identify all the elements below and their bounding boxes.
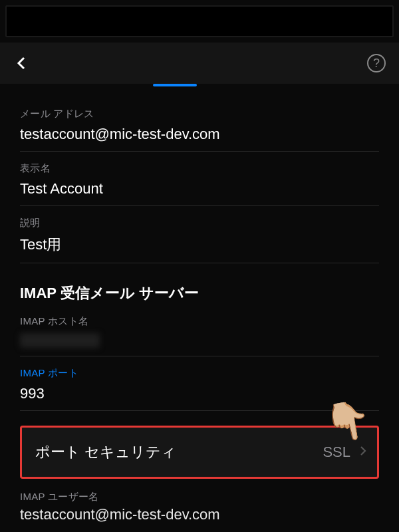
port-security-row[interactable]: ポート セキュリティ SSL (20, 426, 379, 479)
imap-username-label: IMAP ユーザー名 (20, 491, 379, 503)
port-security-label: ポート セキュリティ (35, 442, 176, 462)
help-button[interactable]: ? (367, 54, 386, 72)
top-placeholder (5, 5, 394, 37)
imap-port-label: IMAP ポート (20, 367, 379, 380)
description-value: Test用 (20, 235, 379, 255)
display-name-value: Test Account (20, 180, 379, 198)
display-name-label: 表示名 (20, 162, 379, 175)
imap-host-label: IMAP ホスト名 (20, 315, 379, 328)
imap-host-field-group[interactable]: IMAP ホスト名 (20, 315, 379, 356)
form-content: メール アドレス testaccount@mic-test-dev.com 表示… (0, 86, 399, 531)
pointing-hand-icon: 👇🏼 (321, 395, 374, 446)
email-field-group[interactable]: メール アドレス testaccount@mic-test-dev.com (20, 108, 379, 152)
description-field-group[interactable]: 説明 Test用 (20, 217, 379, 263)
port-security-value: SSL (323, 444, 350, 461)
chevron-right-icon (357, 444, 369, 461)
imap-section-header: IMAP 受信メール サーバー (20, 283, 379, 303)
help-icon: ? (373, 57, 380, 70)
display-name-field-group[interactable]: 表示名 Test Account (20, 162, 379, 206)
description-label: 説明 (20, 217, 379, 229)
email-value: testaccount@mic-test-dev.com (20, 126, 379, 143)
imap-username-field-group[interactable]: IMAP ユーザー名 testaccount@mic-test-dev.com (20, 491, 379, 531)
email-label: メール アドレス (20, 108, 379, 120)
imap-port-value: 993 (20, 385, 379, 402)
back-button[interactable] (13, 55, 29, 71)
navigation-bar: ? (0, 43, 399, 84)
imap-username-value: testaccount@mic-test-dev.com (20, 506, 379, 523)
imap-host-redacted (20, 333, 100, 348)
